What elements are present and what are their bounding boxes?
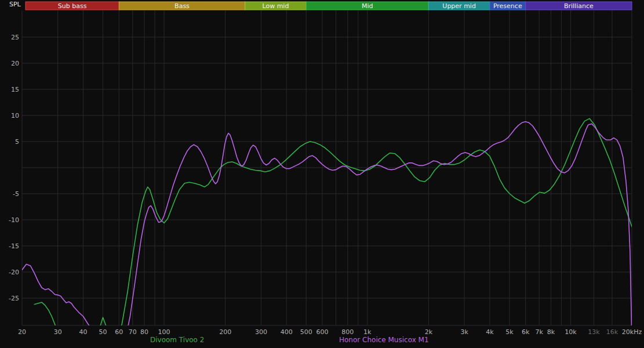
x-tick-label: 80	[140, 328, 148, 336]
y-tick-label: 20	[11, 60, 19, 67]
chart-canvas: Sub bassBassLow midMidUpper midPresenceB…	[0, 0, 644, 348]
x-tick-label: 7k	[535, 328, 543, 336]
x-tick-label: 40	[79, 328, 88, 336]
x-tick-label: 500	[300, 328, 312, 336]
legend-divoom-tivoo-2: Divoom Tivoo 2	[150, 336, 204, 344]
x-tick-label: 20kHz	[622, 328, 642, 336]
y-tick-label: 15	[11, 86, 19, 93]
series-curve-1	[34, 118, 632, 340]
y-tick-label: 25	[11, 34, 19, 41]
x-tick-label: 4k	[486, 328, 494, 336]
x-tick-label: 50	[99, 328, 107, 336]
band-label-brilliance: Brilliance	[564, 2, 594, 10]
spl-axis-label: SPL	[9, 1, 21, 8]
x-tick-label: 1k	[363, 328, 372, 336]
x-tick-label: 5k	[505, 328, 514, 336]
band-label-bass: Bass	[174, 2, 190, 10]
y-tick-label: -25	[9, 295, 19, 302]
x-tick-label: 400	[281, 328, 293, 336]
x-tick-label: 60	[115, 328, 123, 336]
x-tick-label: 100	[158, 328, 170, 336]
frequency-response-chart: Sub bassBassLow midMidUpper midPresenceB…	[0, 0, 644, 348]
x-tick-label: 10k	[565, 328, 577, 336]
x-tick-label: 13k	[588, 328, 600, 336]
x-tick-label: 6k	[522, 328, 530, 336]
x-tick-label: 20	[18, 328, 26, 336]
band-label-low-mid: Low mid	[262, 2, 289, 10]
legend-honor-choice-musicox-m1: Honor Choice Musicox M1	[339, 336, 429, 344]
y-tick-label: -10	[9, 216, 19, 224]
x-tick-label: 70	[129, 328, 137, 336]
x-tick-label: 800	[341, 328, 354, 336]
band-label-presence: Presence	[493, 2, 522, 10]
y-tick-label: -15	[9, 242, 19, 250]
band-label-sub-bass: Sub bass	[58, 2, 87, 10]
x-tick-label: 2k	[425, 328, 433, 336]
series-curve-2	[22, 122, 632, 343]
x-tick-label: 30	[54, 328, 62, 336]
x-tick-label: 8k	[547, 328, 555, 336]
band-label-mid: Mid	[362, 2, 373, 10]
x-tick-label: 600	[316, 328, 328, 336]
y-tick-label: 5	[15, 138, 19, 146]
x-tick-label: 16k	[606, 328, 618, 336]
y-tick-label: -5	[13, 190, 19, 198]
y-tick-label: -20	[9, 269, 19, 276]
x-tick-label: 200	[219, 328, 231, 336]
band-label-upper-mid: Upper mid	[442, 2, 476, 10]
y-tick-label: 10	[11, 112, 19, 119]
x-tick-label: 300	[255, 328, 267, 336]
x-tick-label: 3k	[460, 328, 468, 336]
